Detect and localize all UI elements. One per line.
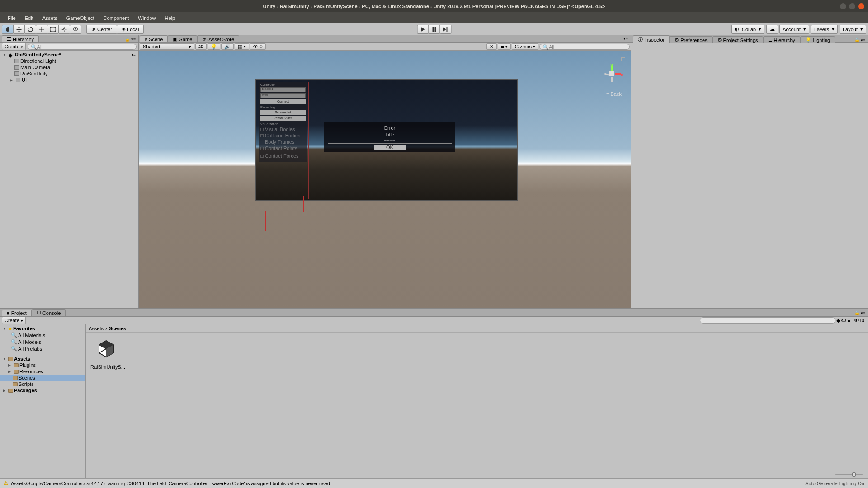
hidden-count[interactable]: 👁0 xyxy=(250,43,265,50)
status-message[interactable]: Assets/Scripts/CameraController.cs(42,17… xyxy=(11,481,330,486)
rect-tool-button[interactable] xyxy=(47,25,59,34)
hierarchy-item[interactable]: Main Camera xyxy=(0,64,138,70)
rotate-tool-button[interactable] xyxy=(24,25,36,34)
packages-folder[interactable]: ▶Packages xyxy=(0,387,85,394)
game-tab[interactable]: ▣Game xyxy=(168,35,197,42)
ip-field[interactable]: 127.0.0.1 xyxy=(260,87,306,92)
folder-item[interactable]: Scripts xyxy=(0,381,85,387)
record-button[interactable]: Record Video xyxy=(260,116,306,121)
scene-viewport[interactable]: Connection 127.0.0.1 8080 Connect Record… xyxy=(139,51,631,308)
grid-size-slider[interactable] xyxy=(835,474,863,475)
play-button[interactable] xyxy=(417,25,429,34)
folder-item-selected[interactable]: Scenes xyxy=(0,375,85,381)
transform-tool-button[interactable] xyxy=(58,25,70,34)
panel-options-icon[interactable]: 🔒 ▾≡ xyxy=(852,37,868,43)
search-filter-button[interactable]: ◆ xyxy=(836,318,840,324)
close-button[interactable] xyxy=(858,3,864,9)
vis-checkbox[interactable]: Body Frames xyxy=(260,139,306,145)
project-create-dropdown[interactable]: Create ▾ xyxy=(2,317,26,324)
hierarchy-item[interactable]: RaiSimUnity xyxy=(0,70,138,77)
shading-dropdown[interactable]: Shaded▾ xyxy=(140,43,194,50)
create-dropdown[interactable]: Create ▾ xyxy=(2,43,26,50)
hand-tool-button[interactable] xyxy=(2,25,14,34)
assets-grid[interactable]: RaiSimUnityS... xyxy=(86,333,868,471)
vis-checkbox[interactable]: Collision Bodies xyxy=(260,133,306,138)
menu-help[interactable]: Help xyxy=(160,14,179,22)
project-settings-tab[interactable]: ⚙Project Settings xyxy=(712,36,763,43)
menu-edit[interactable]: Edit xyxy=(21,14,38,22)
custom-tool-button[interactable] xyxy=(70,25,81,34)
lighting-tab[interactable]: 💡Lighting xyxy=(800,36,835,43)
center-icon: ⊕ xyxy=(91,26,95,32)
folder-item[interactable]: ▶Plugins xyxy=(0,362,85,368)
project-search[interactable] xyxy=(700,317,835,324)
audio-toggle[interactable]: 🔊 xyxy=(221,43,234,50)
vis-checkbox[interactable]: Contact Forces xyxy=(260,153,306,159)
move-tool-button[interactable] xyxy=(13,25,25,34)
hierarchy-search[interactable]: 🔍All xyxy=(28,44,137,50)
hierarchy-tab[interactable]: ☰Hierarchy xyxy=(2,35,39,42)
vis-checkbox[interactable]: Contact Points xyxy=(260,145,306,151)
pause-button[interactable] xyxy=(429,25,440,34)
camera-icon: ■ xyxy=(501,44,504,49)
hierarchy-item[interactable]: Directional Light xyxy=(0,58,138,64)
scene-search[interactable]: 🔍All xyxy=(539,44,630,50)
search-filter-button[interactable]: 🏷 xyxy=(841,318,846,323)
cloud-button[interactable]: ☁ xyxy=(766,25,778,34)
hierarchy-tab-2[interactable]: ☰Hierarchy xyxy=(763,36,800,43)
minimize-button[interactable] xyxy=(840,3,846,9)
inspector-tab[interactable]: ⓘInspector xyxy=(633,35,670,43)
account-dropdown[interactable]: Account▾ xyxy=(779,25,809,34)
breadcrumb-item[interactable]: Assets xyxy=(89,326,104,331)
menu-file[interactable]: File xyxy=(4,14,20,22)
vis-checkbox[interactable]: Visual Bodies xyxy=(260,127,306,132)
connect-button[interactable]: Connect xyxy=(260,99,306,104)
favorite-button[interactable]: ★ xyxy=(847,318,851,324)
assets-folder[interactable]: ▼Assets xyxy=(0,356,85,362)
scene-root[interactable]: ▼◆RaiSimUnityScene*▾≡ xyxy=(0,52,138,58)
screenshot-button[interactable]: Screenshot xyxy=(260,110,306,115)
favorite-item[interactable]: 🔍All Prefabs xyxy=(0,345,85,352)
hierarchy-item[interactable]: ▶UI xyxy=(0,77,138,83)
camera-settings[interactable]: ■▾ xyxy=(498,43,511,50)
orientation-gizmo[interactable]: y x ≡ Back xyxy=(598,57,625,94)
panel-options-icon[interactable]: 🔒 ▾≡ xyxy=(852,310,868,316)
favorite-item[interactable]: 🔍All Models xyxy=(0,338,85,345)
menu-window[interactable]: Window xyxy=(134,14,160,22)
gizmo-lock-icon[interactable] xyxy=(621,57,625,61)
panel-options-icon[interactable]: ▾≡ xyxy=(621,35,631,42)
layout-dropdown[interactable]: Layout▾ xyxy=(840,25,866,34)
menu-gameobject[interactable]: GameObject xyxy=(62,14,99,22)
breadcrumb-item[interactable]: Scenes xyxy=(109,326,127,331)
scale-tool-button[interactable] xyxy=(36,25,47,34)
console-tab[interactable]: ☐Console xyxy=(32,309,66,316)
camera-toggle[interactable]: ✕ xyxy=(486,43,497,50)
menu-assets[interactable]: Assets xyxy=(38,14,61,22)
preferences-tab[interactable]: ⚙Preferences xyxy=(670,36,712,43)
handle-rotation-button[interactable]: ◈Local xyxy=(117,25,144,34)
scene-panel: #Scene ▣Game 🛍Asset Store ▾≡ Shaded▾ 2D … xyxy=(139,35,631,308)
project-tab[interactable]: ■Project xyxy=(2,310,32,316)
favorite-item[interactable]: 🔍All Materials xyxy=(0,332,85,338)
panel-lock-icon[interactable]: 🔒 ▾≡ xyxy=(122,36,138,42)
step-button[interactable] xyxy=(440,25,452,34)
dialog-ok-button[interactable]: OK xyxy=(374,145,406,150)
favorites-folder[interactable]: ▼★Favorites xyxy=(0,325,85,332)
port-field[interactable]: 8080 xyxy=(260,93,306,98)
lighting-toggle[interactable]: 💡 xyxy=(208,43,220,50)
light-icon: 💡 xyxy=(805,37,811,43)
fx-dropdown[interactable]: ▦▾ xyxy=(235,43,249,50)
collab-dropdown[interactable]: ◐Collab▾ xyxy=(731,25,764,34)
menu-component[interactable]: Component xyxy=(99,14,133,22)
folder-item[interactable]: ▶Resources xyxy=(0,368,85,375)
layers-dropdown[interactable]: Layers▾ xyxy=(811,25,838,34)
pivot-mode-button[interactable]: ⊕Center xyxy=(86,25,117,34)
maximize-button[interactable] xyxy=(849,3,855,9)
gizmos-dropdown[interactable]: Gizmos ▾ xyxy=(512,43,538,50)
2d-toggle[interactable]: 2D xyxy=(195,43,207,50)
scene-tab[interactable]: #Scene xyxy=(140,35,168,42)
folder-icon xyxy=(8,389,13,393)
scene-asset[interactable]: RaiSimUnityS... xyxy=(90,337,122,370)
asset-store-tab[interactable]: 🛍Asset Store xyxy=(197,35,239,42)
hidden-toggle[interactable]: 👁10 xyxy=(852,318,866,323)
